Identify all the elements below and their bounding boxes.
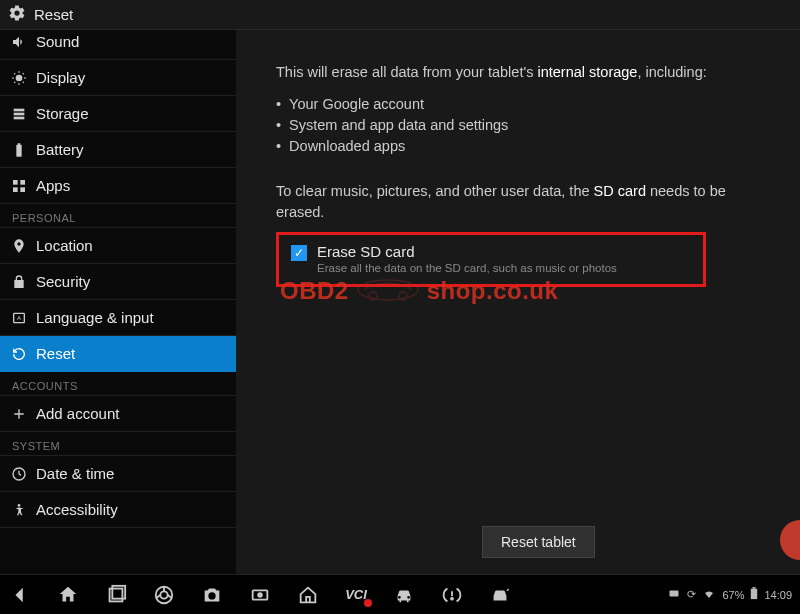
brightness-icon[interactable]	[248, 583, 272, 607]
sidebar-item-label: Reset	[36, 345, 75, 362]
sound-icon	[10, 33, 28, 51]
status-bar: ⟳ 67% 14:09	[667, 587, 792, 602]
clock-icon	[10, 465, 28, 483]
plus-icon	[10, 405, 28, 423]
sidebar-item-location[interactable]: Location	[0, 228, 236, 264]
sync-icon: ⟳	[687, 588, 696, 601]
svg-rect-1	[14, 108, 25, 111]
wifi-icon	[702, 588, 716, 602]
nav-bar: VCI ⟳ 67% 14:09	[0, 574, 800, 614]
language-icon: A	[10, 309, 28, 327]
sidebar-item-storage[interactable]: Storage	[0, 96, 236, 132]
sidebar-item-label: Accessibility	[36, 501, 118, 518]
car-icon[interactable]	[392, 583, 416, 607]
storage-icon	[10, 105, 28, 123]
svg-point-21	[451, 597, 453, 599]
message-icon	[667, 588, 681, 602]
erase-sd-checkbox[interactable]: ✓	[291, 245, 307, 261]
sidebar-item-accessibility[interactable]: Accessibility	[0, 492, 236, 528]
erase-sd-title: Erase SD card	[317, 243, 617, 260]
sidebar-item-label: Security	[36, 273, 90, 290]
sidebar-section-accounts: ACCOUNTS	[0, 372, 236, 396]
page-title: Reset	[34, 6, 73, 23]
sidebar-item-label: Add account	[36, 405, 119, 422]
reset-icon	[10, 345, 28, 363]
sidebar-item-apps[interactable]: Apps	[0, 168, 236, 204]
chrome-icon[interactable]	[152, 583, 176, 607]
svg-rect-3	[14, 116, 25, 119]
display-icon	[10, 69, 28, 87]
bullet-item: Downloaded apps	[276, 136, 776, 157]
erase-sd-option[interactable]: ✓ Erase SD card Erase all the data on th…	[276, 232, 706, 287]
sidebar-item-label: Battery	[36, 141, 84, 158]
erase-sd-subtitle: Erase all the data on the SD card, such …	[317, 262, 617, 274]
sidebar-item-add-account[interactable]: Add account	[0, 396, 236, 432]
bullet-item: System and app data and settings	[276, 115, 776, 136]
vci-status[interactable]: VCI	[344, 583, 368, 607]
sidebar-item-label: Storage	[36, 105, 89, 122]
camera-icon[interactable]	[200, 583, 224, 607]
sidebar-item-label: Date & time	[36, 465, 114, 482]
sidebar-item-label: Location	[36, 237, 93, 254]
bullet-item: Your Google account	[276, 94, 776, 115]
clock-time: 14:09	[764, 589, 792, 601]
svg-rect-4	[13, 180, 18, 185]
sidebar-item-sound[interactable]: Sound	[0, 30, 236, 60]
svg-point-11	[18, 504, 21, 507]
service-icon[interactable]	[488, 583, 512, 607]
sidebar-item-label: Language & input	[36, 309, 154, 326]
svg-point-18	[160, 591, 167, 598]
sidebar-item-language[interactable]: A Language & input	[0, 300, 236, 336]
sidebar-item-reset[interactable]: Reset	[0, 336, 236, 372]
reset-content: This will erase all data from your table…	[236, 30, 800, 574]
sidebar-item-date-time[interactable]: Date & time	[0, 456, 236, 492]
svg-rect-22	[670, 590, 679, 596]
settings-sidebar[interactable]: Sound Display Storage Battery Apps PERSO…	[0, 30, 236, 574]
recent-icon[interactable]	[104, 583, 128, 607]
reset-bullets: Your Google account System and app data …	[276, 94, 776, 157]
svg-point-20	[258, 593, 262, 597]
back-icon[interactable]	[8, 583, 32, 607]
svg-point-0	[16, 74, 23, 81]
sidebar-section-system: SYSTEM	[0, 432, 236, 456]
reset-tablet-button[interactable]: Reset tablet	[482, 526, 595, 558]
svg-rect-7	[20, 187, 25, 192]
svg-rect-6	[13, 187, 18, 192]
battery-status-icon	[750, 587, 758, 602]
sidebar-item-label: Apps	[36, 177, 70, 194]
sidebar-item-battery[interactable]: Battery	[0, 132, 236, 168]
sidebar-section-personal: PERSONAL	[0, 204, 236, 228]
lock-icon	[10, 273, 28, 291]
sd-lead: To clear music, pictures, and other user…	[276, 181, 776, 222]
svg-text:A: A	[17, 315, 21, 321]
svg-rect-24	[753, 587, 756, 589]
battery-percent: 67%	[722, 589, 744, 601]
home-icon[interactable]	[56, 583, 80, 607]
app-home-icon[interactable]	[296, 583, 320, 607]
sidebar-item-label: Sound	[36, 33, 79, 50]
gear-icon	[8, 4, 26, 26]
reset-lead: This will erase all data from your table…	[276, 62, 776, 82]
svg-rect-23	[751, 589, 757, 599]
sidebar-item-security[interactable]: Security	[0, 264, 236, 300]
svg-rect-5	[20, 180, 25, 185]
apps-icon	[10, 177, 28, 195]
accessibility-icon	[10, 501, 28, 519]
sidebar-item-display[interactable]: Display	[0, 60, 236, 96]
app-header: Reset	[0, 0, 800, 30]
tpms-icon[interactable]	[440, 583, 464, 607]
svg-rect-2	[14, 112, 25, 115]
location-icon	[10, 237, 28, 255]
sidebar-item-label: Display	[36, 69, 85, 86]
battery-icon	[10, 141, 28, 159]
